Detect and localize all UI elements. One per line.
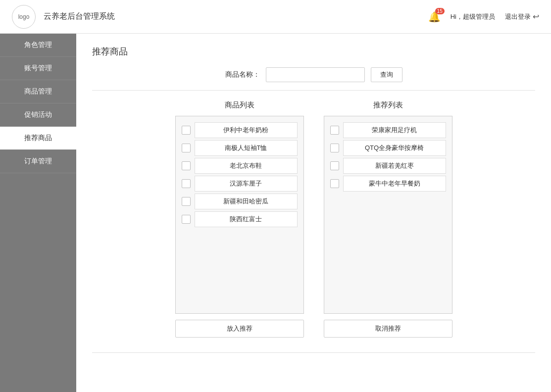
recommend-checkbox-3[interactable] bbox=[330, 179, 339, 188]
main-content: 推荐商品 商品名称： 查询 商品列表 伊利中老年奶粉 南极人短袖T恤 bbox=[76, 34, 551, 392]
goods-checkbox-0[interactable] bbox=[182, 126, 191, 135]
sidebar-item-role[interactable]: 角色管理 bbox=[0, 34, 76, 57]
recommend-item-1: QTQ全身豪华按摩椅 bbox=[343, 140, 446, 156]
list-item: 伊利中老年奶粉 bbox=[182, 122, 298, 138]
recommend-list-panel: 推荐列表 荣康家用足疗机 QTQ全身豪华按摩椅 新疆若羌红枣 bbox=[324, 100, 452, 338]
list-item: 陕西红富士 bbox=[182, 211, 298, 227]
goods-item-1: 南极人短袖T恤 bbox=[195, 140, 298, 156]
search-bar: 商品名称： 查询 bbox=[92, 67, 535, 82]
goods-list-title: 商品列表 bbox=[225, 100, 254, 110]
recommend-list-title: 推荐列表 bbox=[373, 100, 403, 110]
recommend-item-2: 新疆若羌红枣 bbox=[343, 158, 446, 174]
recommend-item-0: 荣康家用足疗机 bbox=[343, 122, 446, 138]
recommend-checkbox-0[interactable] bbox=[330, 126, 339, 135]
sidebar-item-recommend[interactable]: 推荐商品 bbox=[0, 127, 76, 150]
panels: 商品列表 伊利中老年奶粉 南极人短袖T恤 老北京布鞋 bbox=[92, 100, 535, 338]
notification-badge: 15 bbox=[435, 8, 445, 14]
cancel-recommend-button[interactable]: 取消推荐 bbox=[324, 320, 452, 338]
list-item: 老北京布鞋 bbox=[182, 158, 298, 174]
goods-checkbox-3[interactable] bbox=[182, 179, 191, 188]
goods-item-0: 伊利中老年奶粉 bbox=[195, 122, 298, 138]
recommend-checkbox-1[interactable] bbox=[330, 144, 339, 152]
sidebar-item-goods[interactable]: 商品管理 bbox=[0, 80, 76, 103]
goods-checkbox-5[interactable] bbox=[182, 215, 191, 224]
top-divider bbox=[92, 90, 535, 91]
goods-checkbox-4[interactable] bbox=[182, 197, 191, 206]
header-right: 🔔 15 Hi，超级管理员 退出登录 ↩ bbox=[428, 11, 539, 23]
add-recommend-button[interactable]: 放入推荐 bbox=[175, 320, 304, 338]
recommend-list-box: 荣康家用足疗机 QTQ全身豪华按摩椅 新疆若羌红枣 蒙牛中老年早餐奶 bbox=[324, 116, 452, 314]
list-item: 新疆和田哈密瓜 bbox=[182, 194, 298, 209]
logout-button[interactable]: 退出登录 ↩ bbox=[505, 12, 539, 21]
list-item: 汉源车厘子 bbox=[182, 176, 298, 192]
list-item: 南极人短袖T恤 bbox=[182, 140, 298, 156]
logout-icon: ↩ bbox=[533, 12, 539, 21]
page-title: 推荐商品 bbox=[92, 46, 535, 57]
goods-checkbox-2[interactable] bbox=[182, 161, 191, 170]
sidebar-item-account[interactable]: 账号管理 bbox=[0, 57, 76, 80]
layout: 角色管理 账号管理 商品管理 促销活动 推荐商品 订单管理 推荐商品 商品名称：… bbox=[0, 34, 551, 392]
bottom-divider bbox=[92, 352, 535, 353]
sidebar: 角色管理 账号管理 商品管理 促销活动 推荐商品 订单管理 bbox=[0, 34, 76, 392]
goods-item-2: 老北京布鞋 bbox=[195, 158, 298, 174]
goods-checkbox-1[interactable] bbox=[182, 144, 191, 152]
logo: logo bbox=[12, 5, 36, 29]
logout-label: 退出登录 bbox=[505, 12, 531, 21]
list-item: QTQ全身豪华按摩椅 bbox=[330, 140, 446, 156]
list-item: 新疆若羌红枣 bbox=[330, 158, 446, 174]
notification-bell[interactable]: 🔔 15 bbox=[428, 11, 441, 23]
list-item: 荣康家用足疗机 bbox=[330, 122, 446, 138]
goods-list-panel: 商品列表 伊利中老年奶粉 南极人短袖T恤 老北京布鞋 bbox=[175, 100, 304, 338]
user-greeting: Hi，超级管理员 bbox=[451, 12, 495, 21]
goods-list-box: 伊利中老年奶粉 南极人短袖T恤 老北京布鞋 汉源车厘子 bbox=[175, 116, 304, 314]
goods-item-4: 新疆和田哈密瓜 bbox=[195, 194, 298, 209]
search-label: 商品名称： bbox=[225, 70, 260, 79]
sidebar-item-order[interactable]: 订单管理 bbox=[0, 150, 76, 173]
list-item: 蒙牛中老年早餐奶 bbox=[330, 176, 446, 192]
header-left: logo 云养老后台管理系统 bbox=[12, 5, 115, 29]
system-title: 云养老后台管理系统 bbox=[44, 11, 115, 22]
goods-item-3: 汉源车厘子 bbox=[195, 176, 298, 192]
sidebar-item-promo[interactable]: 促销活动 bbox=[0, 103, 76, 127]
goods-item-5: 陕西红富士 bbox=[195, 211, 298, 227]
recommend-item-3: 蒙牛中老年早餐奶 bbox=[343, 176, 446, 192]
header: logo 云养老后台管理系统 🔔 15 Hi，超级管理员 退出登录 ↩ bbox=[0, 0, 551, 34]
search-button[interactable]: 查询 bbox=[371, 67, 402, 82]
recommend-checkbox-2[interactable] bbox=[330, 161, 339, 170]
search-input[interactable] bbox=[266, 67, 365, 82]
